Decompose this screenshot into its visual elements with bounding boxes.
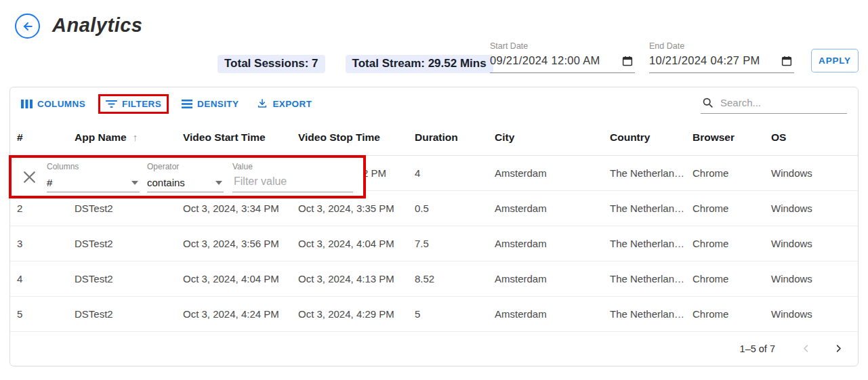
filter-value-field[interactable]: Value: [232, 161, 353, 192]
filter-panel: Columns # Operator contains Value: [9, 155, 366, 198]
cell-video-stop-time: Oct 3, 2024, 3:35 PM: [291, 203, 408, 214]
cell-browser: Chrome: [686, 238, 764, 249]
filter-column-select[interactable]: Columns #: [47, 161, 140, 192]
cell-duration: 8.52: [408, 273, 488, 284]
start-date-field[interactable]: Start Date 09/21/2024 12:00 AM: [490, 41, 635, 73]
sort-ascending-icon: ↑: [133, 131, 138, 143]
cell-app-name: DSTest2: [68, 203, 176, 214]
cell-number: 3: [10, 238, 68, 249]
chevron-down-icon: [131, 181, 138, 185]
grid-toolbar: COLUMNS FILTERS DENSITY EXPORT: [10, 87, 858, 120]
cell-city: Amsterdam: [488, 203, 603, 214]
filters-button[interactable]: FILTERS: [98, 94, 169, 114]
total-stream-badge: Total Stream: 29.52 Mins: [346, 55, 493, 73]
column-header-video-stop-time[interactable]: Video Stop Time: [291, 131, 408, 144]
filter-icon: [106, 100, 117, 108]
arrow-left-icon: [21, 20, 35, 33]
columns-icon: [21, 99, 33, 109]
cell-os: Windows: [764, 203, 858, 214]
cell-city: Amsterdam: [488, 238, 603, 249]
cell-video-stop-time: Oct 3, 2024, 4:13 PM: [291, 273, 408, 284]
density-icon: [182, 100, 192, 108]
export-button-label: EXPORT: [272, 99, 312, 109]
total-sessions-badge: Total Sessions: 7: [218, 55, 325, 73]
cell-duration: 4: [408, 167, 488, 179]
export-button[interactable]: EXPORT: [257, 98, 312, 109]
cell-os: Windows: [764, 167, 858, 179]
search-input[interactable]: [719, 96, 846, 109]
apply-button[interactable]: APPLY: [811, 49, 859, 72]
cell-browser: Chrome: [686, 273, 764, 284]
cell-city: Amsterdam: [488, 308, 603, 320]
filter-column-label: Columns: [47, 162, 79, 171]
cell-number: 5: [10, 308, 68, 320]
cell-video-start-time: Oct 3, 2024, 3:34 PM: [176, 203, 291, 214]
column-header-city[interactable]: City: [488, 131, 603, 144]
column-header-num[interactable]: #: [10, 131, 68, 144]
cell-browser: Chrome: [686, 308, 764, 320]
start-date-label: Start Date: [490, 41, 635, 51]
cell-os: Windows: [764, 238, 858, 249]
chevron-down-icon: [215, 181, 222, 185]
cell-number: 2: [10, 203, 68, 214]
filter-operator-select[interactable]: Operator contains: [147, 161, 224, 192]
cell-os: Windows: [764, 308, 858, 320]
search-box[interactable]: [701, 94, 847, 114]
cell-browser: Chrome: [686, 203, 764, 214]
cell-country: The Netherlan…: [603, 167, 686, 179]
filter-operator-value: contains: [147, 177, 224, 188]
density-button-label: DENSITY: [197, 99, 239, 109]
cell-video-start-time: Oct 3, 2024, 3:56 PM: [176, 238, 291, 249]
cell-country: The Netherlan…: [603, 308, 686, 320]
filters-button-label: FILTERS: [122, 99, 161, 109]
cell-city: Amsterdam: [488, 167, 603, 179]
end-date-field[interactable]: End Date 10/21/2024 04:27 PM: [649, 41, 794, 73]
end-date-label: End Date: [649, 41, 794, 51]
filter-value-label: Value: [232, 162, 253, 171]
columns-button[interactable]: COLUMNS: [21, 99, 85, 109]
table-footer: 1–5 of 7: [10, 332, 858, 365]
search-icon: [702, 97, 714, 108]
cell-country: The Netherlan…: [603, 203, 686, 214]
column-header-duration[interactable]: Duration: [408, 131, 488, 144]
filter-value-input[interactable]: [232, 175, 353, 188]
columns-button-label: COLUMNS: [37, 99, 85, 109]
cell-country: The Netherlan…: [603, 273, 686, 284]
filter-column-value: #: [47, 177, 140, 188]
column-header-os[interactable]: OS: [764, 131, 858, 144]
column-header-country[interactable]: Country: [603, 131, 686, 144]
cell-video-start-time: Oct 3, 2024, 4:24 PM: [176, 308, 291, 320]
summary-badges: Total Sessions: 7 Total Stream: 29.52 Mi…: [218, 55, 493, 73]
next-page-button[interactable]: [829, 340, 847, 358]
data-grid: COLUMNS FILTERS DENSITY EXPORT #: [9, 87, 859, 366]
cell-browser: Chrome: [686, 167, 764, 179]
column-header-video-start-time[interactable]: Video Start Time: [176, 131, 291, 144]
cell-duration: 7.5: [408, 238, 488, 249]
cell-app-name: DSTest2: [68, 308, 176, 320]
remove-filter-button[interactable]: [24, 171, 37, 183]
cell-app-name: DSTest2: [68, 273, 176, 284]
cell-country: The Netherlan…: [603, 238, 686, 249]
end-date-value[interactable]: 10/21/2024 04:27 PM: [649, 54, 760, 67]
cell-video-stop-time: Oct 3, 2024, 4:04 PM: [291, 238, 408, 249]
download-icon: [257, 98, 268, 109]
pagination-range: 1–5 of 7: [740, 343, 775, 354]
calendar-icon[interactable]: [621, 55, 634, 67]
page-title: Analytics: [52, 14, 142, 37]
column-header-app-name[interactable]: App Name↑: [68, 131, 176, 144]
start-date-value[interactable]: 09/21/2024 12:00 AM: [490, 54, 600, 67]
table-header-row: #App Name↑Video Start TimeVideo Stop Tim…: [10, 120, 858, 156]
cell-number: 4: [10, 273, 68, 284]
cell-duration: 0.5: [408, 203, 488, 214]
previous-page-button[interactable]: [797, 340, 814, 358]
table-row[interactable]: 5 DSTest2 Oct 3, 2024, 4:24 PM Oct 3, 20…: [10, 297, 858, 332]
density-button[interactable]: DENSITY: [182, 99, 239, 109]
cell-os: Windows: [764, 273, 858, 284]
back-button[interactable]: [15, 14, 40, 39]
table-row[interactable]: 3 DSTest2 Oct 3, 2024, 3:56 PM Oct 3, 20…: [10, 226, 858, 261]
table-row[interactable]: 4 DSTest2 Oct 3, 2024, 4:04 PM Oct 3, 20…: [10, 261, 858, 297]
column-header-browser[interactable]: Browser: [686, 131, 764, 144]
cell-video-stop-time: Oct 3, 2024, 4:29 PM: [291, 308, 408, 320]
calendar-icon[interactable]: [781, 55, 793, 67]
cell-city: Amsterdam: [488, 273, 603, 284]
